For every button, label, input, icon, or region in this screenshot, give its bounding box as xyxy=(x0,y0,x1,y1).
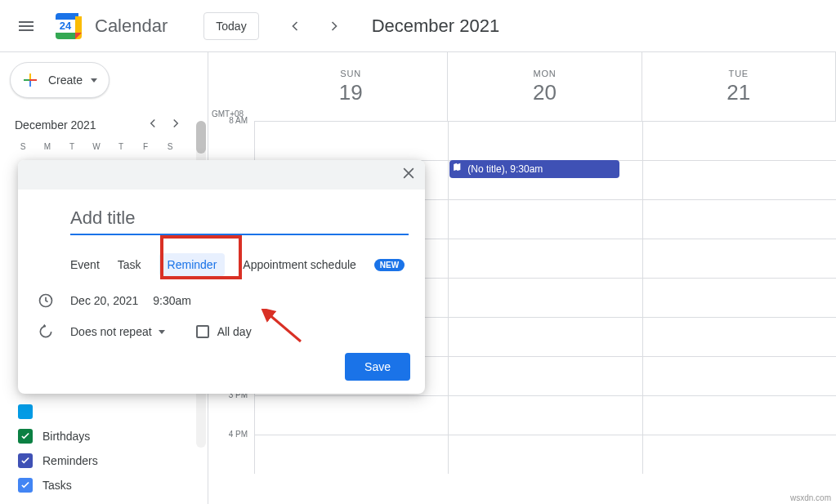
allday-checkbox[interactable] xyxy=(196,325,209,338)
day-header[interactable]: TUE21 xyxy=(642,52,836,121)
create-label: Create xyxy=(48,74,83,87)
today-button[interactable]: Today xyxy=(203,12,258,40)
mini-calendar-title: December 2021 xyxy=(15,118,96,132)
timezone-label: GMT+08 xyxy=(208,52,254,121)
mini-calendar-weekdays: S M T W T F S xyxy=(10,142,208,151)
title-input[interactable] xyxy=(70,204,409,235)
app-name: Calendar xyxy=(95,16,168,37)
calendar-item-birthdays[interactable]: Birthdays xyxy=(18,429,98,444)
calendar-logo: 24 xyxy=(52,10,85,42)
allday-label: All day xyxy=(217,325,252,338)
watermark: wsxdn.com xyxy=(790,493,831,502)
date-field[interactable]: Dec 20, 2021 xyxy=(70,294,138,307)
chevron-down-icon xyxy=(91,78,97,83)
time-field[interactable]: 9:30am xyxy=(153,294,191,307)
tab-task[interactable]: Task xyxy=(118,258,141,271)
save-button[interactable]: Save xyxy=(345,353,410,381)
prev-button[interactable] xyxy=(279,10,311,42)
calendar-item-reminders[interactable]: Reminders xyxy=(18,453,98,468)
event-chip[interactable]: (No title), 9:30am xyxy=(449,160,619,178)
chevron-down-icon xyxy=(159,330,165,334)
mini-prev-button[interactable] xyxy=(145,116,160,134)
tab-appointment[interactable]: Appointment schedule xyxy=(243,258,356,271)
calendar-item-tasks[interactable]: Tasks xyxy=(18,478,98,493)
new-badge: NEW xyxy=(374,259,405,271)
create-dialog: Event Task Reminder Appointment schedule… xyxy=(18,160,425,394)
close-icon[interactable] xyxy=(400,165,417,185)
repeat-icon xyxy=(38,323,54,340)
menu-icon[interactable] xyxy=(7,7,46,46)
tab-reminder[interactable]: Reminder xyxy=(159,253,226,276)
day-header[interactable]: SUN19 xyxy=(254,52,448,121)
scrollbar-thumb[interactable] xyxy=(196,121,206,154)
day-column[interactable] xyxy=(642,121,836,474)
tab-event[interactable]: Event xyxy=(70,258,100,271)
create-button[interactable]: Create xyxy=(10,62,110,98)
clock-icon xyxy=(38,292,54,309)
header: 24 Calendar Today December 2021 xyxy=(0,0,836,52)
next-button[interactable] xyxy=(318,10,351,42)
mini-calendar-header: December 2021 xyxy=(10,116,208,134)
calendar-item[interactable] xyxy=(18,404,98,419)
mini-next-button[interactable] xyxy=(168,116,183,134)
date-heading: December 2021 xyxy=(372,16,500,37)
calendar-list: Birthdays Reminders Tasks xyxy=(18,404,98,493)
plus-icon xyxy=(20,70,40,90)
day-header[interactable]: MON20 xyxy=(448,52,642,121)
svg-text:24: 24 xyxy=(60,20,72,32)
reminder-icon xyxy=(453,162,464,176)
repeat-dropdown[interactable]: Does not repeat xyxy=(70,325,165,338)
